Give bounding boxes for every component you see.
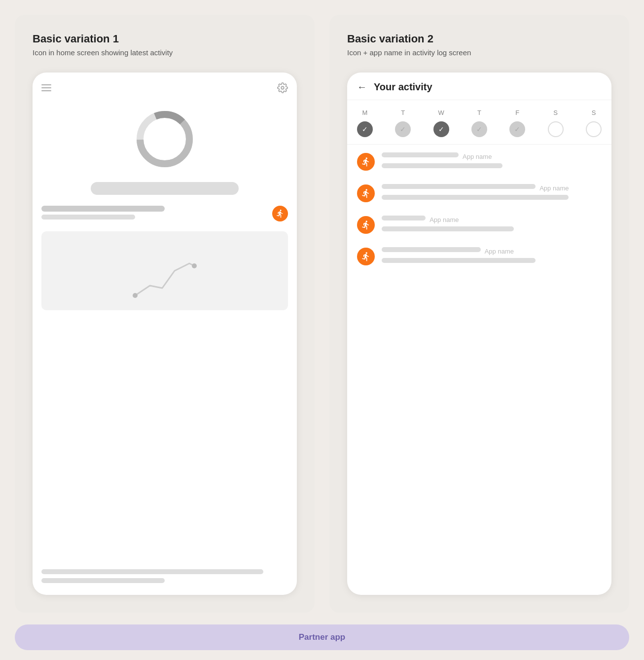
v2-header: ← Your activity [347, 73, 611, 100]
bottom-bars [41, 569, 288, 587]
list-area-v1 [41, 206, 288, 224]
svg-point-5 [192, 263, 197, 268]
day-selector: M T W T F S S ✓ ✓ ✓ [347, 100, 611, 145]
day-label-t1: T [395, 109, 411, 116]
svg-point-4 [133, 293, 138, 298]
day-circle-t2[interactable]: ✓ [471, 121, 487, 137]
activity-text-1: App name [382, 152, 602, 171]
day-circle-m[interactable]: ✓ [357, 121, 373, 137]
text-line-1b [382, 163, 502, 168]
text-line-4b [382, 258, 536, 263]
text-line-2b [382, 195, 569, 200]
app-name-2: App name [539, 184, 569, 192]
map-placeholder [41, 231, 288, 310]
donut-chart-area [41, 107, 288, 171]
back-arrow-icon[interactable]: ← [357, 81, 367, 93]
activity-text-3: App name [382, 216, 602, 234]
day-label-s2: S [586, 109, 602, 116]
app-name-1: App name [463, 153, 492, 160]
day-label-w: W [433, 109, 449, 116]
activity-text-2: App name [382, 184, 602, 203]
activity-text-4: App name [382, 247, 602, 266]
app-name-4: App name [485, 248, 514, 255]
check-icon-t2: ✓ [476, 125, 482, 133]
text-line-3a [382, 216, 426, 220]
phone-mockup-2: ← Your activity M T W T F S S ✓ [347, 73, 611, 595]
day-circles-row: ✓ ✓ ✓ ✓ ✓ [357, 121, 602, 137]
partner-app-label: Partner app [299, 632, 345, 642]
activity-badge-v1[interactable] [272, 206, 288, 221]
day-label-m: M [357, 109, 373, 116]
screen-title: Your activity [374, 81, 432, 93]
activity-item-1: App name [357, 152, 602, 171]
progress-bar-placeholder [91, 182, 239, 195]
check-icon-f: ✓ [514, 125, 520, 133]
text-line-4a [382, 247, 481, 252]
text-line-3b [382, 226, 514, 231]
activity-item-4: App name [357, 247, 602, 266]
day-circle-w[interactable]: ✓ [433, 121, 449, 137]
check-icon-m: ✓ [362, 125, 368, 133]
phone-mockup-1 [33, 73, 297, 595]
hamburger-icon[interactable] [41, 84, 51, 91]
day-circle-t1[interactable]: ✓ [395, 121, 411, 137]
bottom-bar-1 [41, 569, 263, 574]
variation-1-subtitle: Icon in home screen showing latest activ… [33, 48, 297, 57]
day-label-t2: T [471, 109, 487, 116]
variation-1-title: Basic variation 1 [33, 33, 297, 45]
activity-icon-3 [357, 216, 375, 234]
activity-item-3: App name [357, 216, 602, 234]
svg-point-0 [281, 86, 284, 89]
check-icon-w: ✓ [438, 125, 444, 133]
day-label-s1: S [548, 109, 564, 116]
day-circle-s1[interactable] [548, 121, 564, 137]
text-line-1a [382, 152, 459, 157]
v1-header [41, 82, 288, 93]
activity-icon-1 [357, 153, 375, 171]
check-icon-t1: ✓ [400, 125, 406, 133]
day-label-f: F [509, 109, 525, 116]
day-circle-s2[interactable] [586, 121, 602, 137]
text-line-2a [382, 184, 536, 189]
list-item-1 [41, 206, 288, 220]
activity-item-2: App name [357, 184, 602, 203]
activity-icon-2 [357, 184, 375, 202]
activity-icon-4 [357, 248, 375, 265]
day-labels-row: M T W T F S S [357, 109, 602, 116]
partner-app-bar[interactable]: Partner app [15, 624, 629, 650]
app-name-3: App name [429, 216, 459, 223]
day-circle-f[interactable]: ✓ [509, 121, 525, 137]
activity-list: App name App name [347, 145, 611, 595]
variation-2-title: Basic variation 2 [347, 33, 611, 45]
variation-2-panel: Basic variation 2 Icon + app name in act… [329, 15, 629, 613]
variation-2-subtitle: Icon + app name in activity log screen [347, 48, 611, 57]
variation-1-panel: Basic variation 1 Icon in home screen sh… [15, 15, 315, 613]
gear-icon[interactable] [277, 82, 288, 93]
bottom-bar-2 [41, 578, 165, 583]
